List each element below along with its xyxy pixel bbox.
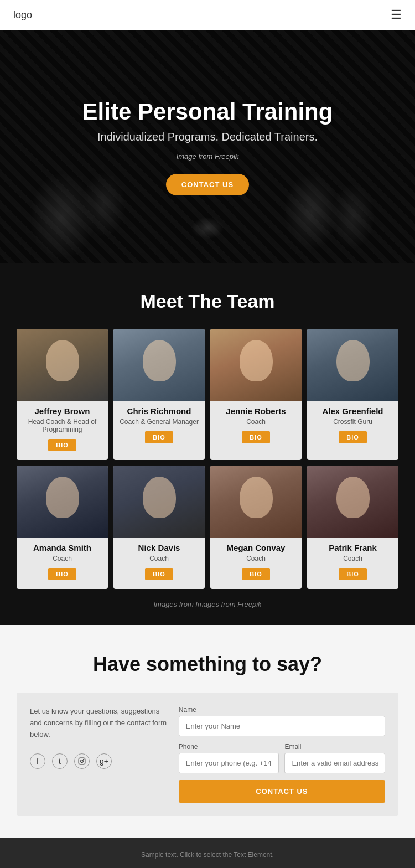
contact-description: Let us know your questions, suggestions … bbox=[30, 706, 168, 740]
phone-field-group: Phone bbox=[179, 743, 279, 773]
team-section: Meet The Team Jeffrey Brown Head Coach &… bbox=[0, 263, 415, 625]
bio-button[interactable]: BIO bbox=[242, 431, 270, 443]
contact-title: Have something to say? bbox=[17, 653, 398, 676]
name-label: Name bbox=[179, 706, 385, 714]
team-card: Amanda Smith Coach BIO bbox=[17, 466, 108, 589]
face-shape bbox=[143, 340, 176, 381]
team-card: Chris Richmond Coach & General Manager B… bbox=[113, 329, 205, 460]
team-member-role: Crossfit Guru bbox=[329, 418, 377, 426]
name-input[interactable] bbox=[179, 716, 385, 736]
team-member-name: Megan Convay bbox=[227, 543, 286, 552]
team-member-role: Coach & General Manager bbox=[115, 418, 203, 426]
social-icons: f t g+ bbox=[30, 753, 168, 769]
team-card: Jennie Roberts Coach BIO bbox=[210, 329, 302, 460]
hero-content: Elite Personal Training Individualized P… bbox=[82, 99, 333, 195]
team-section-title: Meet The Team bbox=[17, 291, 398, 312]
bio-button[interactable]: BIO bbox=[48, 568, 76, 580]
phone-email-row: Phone Email bbox=[179, 743, 385, 773]
twitter-icon[interactable]: t bbox=[52, 753, 68, 769]
team-photo-3 bbox=[307, 329, 398, 401]
team-member-role: Coach bbox=[339, 555, 367, 562]
team-member-name: Alex Greenfield bbox=[322, 406, 383, 416]
phone-input[interactable] bbox=[179, 753, 279, 773]
team-card: Jeffrey Brown Head Coach & Head of Progr… bbox=[17, 329, 108, 460]
hero-subtitle: Individualized Programs. Dedicated Train… bbox=[97, 131, 318, 143]
bio-button[interactable]: BIO bbox=[339, 568, 367, 580]
face-shape bbox=[46, 340, 79, 381]
instagram-icon[interactable] bbox=[74, 753, 90, 769]
bio-button[interactable]: BIO bbox=[145, 431, 173, 443]
phone-label: Phone bbox=[179, 743, 279, 751]
contact-section: Have something to say? Let us know your … bbox=[0, 625, 415, 838]
hero-attribution: Image from Freepik bbox=[177, 152, 239, 161]
contact-body: Let us know your questions, suggestions … bbox=[17, 693, 398, 816]
face-shape bbox=[143, 477, 176, 518]
bio-button[interactable]: BIO bbox=[145, 568, 173, 580]
team-card: Nick Davis Coach BIO bbox=[113, 466, 205, 589]
logo: logo bbox=[13, 9, 32, 21]
team-member-name: Patrik Frank bbox=[329, 543, 377, 552]
google-plus-icon[interactable]: g+ bbox=[96, 753, 112, 769]
bio-button[interactable]: BIO bbox=[48, 439, 76, 451]
team-member-role: Coach bbox=[48, 555, 76, 562]
footer-text: Sample text. Click to select the Text El… bbox=[141, 851, 274, 859]
face-shape bbox=[240, 477, 273, 518]
email-input[interactable] bbox=[284, 753, 385, 773]
bio-button[interactable]: BIO bbox=[242, 568, 270, 580]
facebook-icon[interactable]: f bbox=[30, 753, 45, 769]
team-member-name: Amanda Smith bbox=[33, 543, 91, 552]
team-member-role: Coach bbox=[145, 555, 173, 562]
team-card: Megan Convay Coach BIO bbox=[210, 466, 302, 589]
team-member-role: Coach bbox=[242, 418, 270, 426]
header: logo ☰ bbox=[0, 0, 415, 30]
team-card: Patrik Frank Coach BIO bbox=[307, 466, 398, 589]
team-member-name: Jeffrey Brown bbox=[34, 406, 90, 416]
svg-point-1 bbox=[81, 760, 84, 763]
face-shape bbox=[240, 340, 273, 381]
team-photo-5 bbox=[113, 466, 205, 538]
name-field-group: Name bbox=[179, 706, 385, 736]
contact-submit-button[interactable]: CONTACT US bbox=[179, 780, 385, 803]
contact-form: Name Phone Email CONTACT US bbox=[179, 706, 385, 803]
face-shape bbox=[46, 477, 79, 518]
team-photo-7 bbox=[307, 466, 398, 538]
team-photo-0 bbox=[17, 329, 108, 401]
face-shape bbox=[336, 340, 370, 381]
team-member-role: Head Coach & Head of Programming bbox=[17, 418, 108, 433]
team-photo-4 bbox=[17, 466, 108, 538]
team-attribution: Images from Images from Freepik bbox=[17, 600, 398, 608]
contact-left: Let us know your questions, suggestions … bbox=[30, 706, 168, 803]
team-photo-1 bbox=[113, 329, 205, 401]
footer: Sample text. Click to select the Text El… bbox=[0, 838, 415, 868]
hero-section: Elite Personal Training Individualized P… bbox=[0, 30, 415, 263]
team-card: Alex Greenfield Crossfit Guru BIO bbox=[307, 329, 398, 460]
hamburger-menu-icon[interactable]: ☰ bbox=[391, 8, 402, 22]
freepik-link[interactable]: Images from Freepik bbox=[195, 600, 261, 608]
team-member-name: Jennie Roberts bbox=[226, 406, 286, 416]
team-member-name: Chris Richmond bbox=[127, 406, 191, 416]
team-member-name: Nick Davis bbox=[138, 543, 180, 552]
contact-us-button[interactable]: CONTACT US bbox=[166, 174, 249, 195]
email-field-group: Email bbox=[284, 743, 385, 773]
team-grid: Jeffrey Brown Head Coach & Head of Progr… bbox=[17, 329, 398, 589]
svg-rect-0 bbox=[79, 758, 85, 765]
team-photo-2 bbox=[210, 329, 302, 401]
email-label: Email bbox=[284, 743, 385, 751]
svg-point-2 bbox=[84, 760, 84, 760]
face-shape bbox=[336, 477, 370, 518]
team-member-role: Coach bbox=[242, 555, 270, 562]
team-photo-6 bbox=[210, 466, 302, 538]
bio-button[interactable]: BIO bbox=[339, 431, 367, 443]
hero-title: Elite Personal Training bbox=[82, 99, 333, 125]
